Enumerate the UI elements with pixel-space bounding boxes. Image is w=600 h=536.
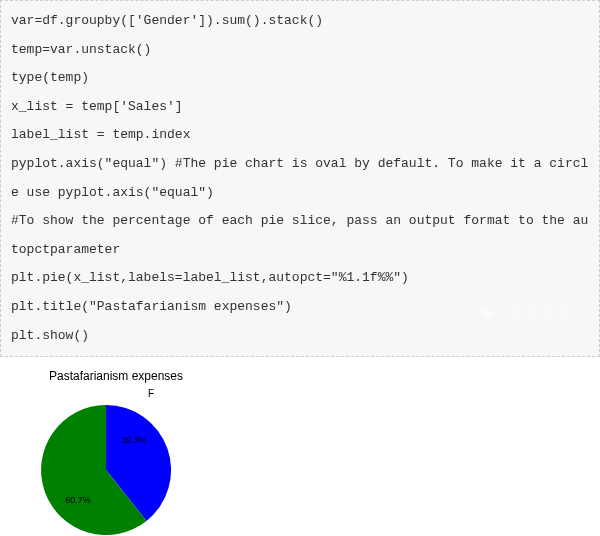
watermark-code: 大数据文摘 (479, 297, 569, 328)
chart-title: Pastafarianism expenses (49, 369, 183, 383)
code-line-4: x_list = temp['Sales'] (11, 93, 589, 122)
wechat-icon (479, 305, 495, 321)
code-line-7: #To show the percentage of each pie slic… (11, 207, 589, 264)
code-line-5: label_list = temp.index (11, 121, 589, 150)
pie-chart: Pastafarianism expenses F M 39.3% 60.7% … (0, 357, 600, 536)
pie-pct-f: 39.3% (121, 435, 147, 445)
pie-pct-m: 60.7% (65, 495, 91, 505)
svg-point-1 (486, 311, 494, 319)
pie-label-f: F (148, 388, 154, 399)
code-line-6: pyplot.axis("equal") #The pie chart is o… (11, 150, 589, 207)
watermark-text: 大数据文摘 (499, 297, 569, 328)
code-line-1: var=df.groupby(['Gender']).sum().stack() (11, 7, 589, 36)
code-line-2: temp=var.unstack() (11, 36, 589, 65)
code-line-3: type(temp) (11, 64, 589, 93)
code-line-8: plt.pie(x_list,labels=label_list,autopct… (11, 264, 589, 293)
pie-svg: Pastafarianism expenses F M 39.3% 60.7% (6, 365, 246, 536)
code-block: var=df.groupby(['Gender']).sum().stack()… (0, 0, 600, 357)
